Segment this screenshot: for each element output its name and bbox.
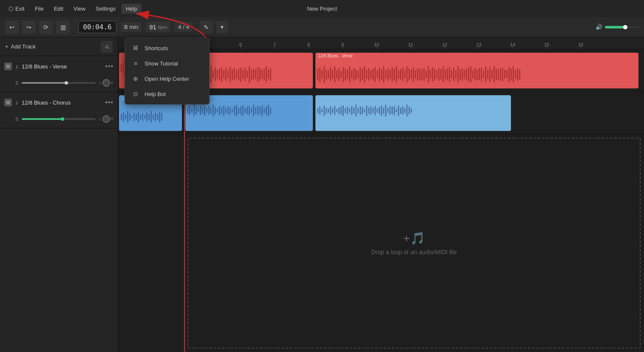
menu-bar: ⬡ Exit File Edit View Settings Help New … <box>0 0 644 17</box>
ruler-mark-7: 7 <box>258 37 292 49</box>
track-pan-knob-chorus[interactable] <box>102 115 110 123</box>
clip-waveform-verse-3 <box>315 59 638 88</box>
track-item-verse: M ♪ 12/8 Blues - Verse ••• S L R <box>0 56 118 92</box>
undo-icon: ↩ <box>9 24 14 31</box>
menu-item-open-help[interactable]: ⊕ Open Help Center <box>125 71 209 86</box>
ruler-mark-10: 10 <box>360 37 394 49</box>
plus-icon: + <box>5 43 9 50</box>
key-display[interactable]: B min <box>121 22 142 32</box>
transport-display: 00:04.6 B min 91 bpm 4 / 4 <box>78 21 193 33</box>
track-s-label-chorus[interactable]: S <box>15 116 18 122</box>
redo-button[interactable]: ↪ <box>22 20 36 34</box>
track-volume-fill-verse <box>22 82 66 84</box>
ruler-mark-14: 14 <box>496 37 530 49</box>
ruler-mark-6: 6 <box>224 37 258 49</box>
volume-slider[interactable] <box>605 26 639 28</box>
tutorial-icon: ≡ <box>132 60 139 67</box>
track-volume-fill-chorus <box>22 118 62 120</box>
exit-button[interactable]: ⬡ Exit <box>4 4 29 14</box>
track-name-chorus: 12/8 Blues - Chorus <box>22 99 102 106</box>
track-volume-chorus[interactable] <box>22 118 96 120</box>
add-track-bar: + Add Track ♫ <box>0 37 118 56</box>
time-signature[interactable]: 4 / 4 <box>175 22 192 32</box>
transport-dropdown[interactable]: ▾ <box>216 21 228 33</box>
loop-button[interactable]: ⟳ <box>39 20 53 34</box>
ruler-mark-11: 11 <box>394 37 428 49</box>
ruler-mark-12: 12 <box>428 37 462 49</box>
redo-icon: ↪ <box>26 24 31 31</box>
shortcuts-label: Shortcuts <box>145 45 168 51</box>
clip-chorus-3[interactable] <box>315 95 511 131</box>
ruler-mark-9: 9 <box>326 37 360 49</box>
track-mute-verse[interactable]: M <box>4 62 12 70</box>
clip-verse-3[interactable]: 12/8 Blues - Verse <box>315 53 638 88</box>
help-dropdown-menu: ⌘ Shortcuts ≡ Show Tutorial ⊕ Open Help … <box>125 37 210 105</box>
ruler-mark-13: 13 <box>462 37 496 49</box>
edit-icon: ✎ <box>204 24 209 31</box>
track-more-verse[interactable]: ••• <box>105 62 113 70</box>
track-mute-chorus[interactable]: M <box>4 99 12 106</box>
exit-label: Exit <box>15 6 25 12</box>
split-button[interactable]: ▥ <box>56 20 70 34</box>
track-volume-verse[interactable] <box>22 82 96 84</box>
bpm-value: 91 <box>149 23 156 31</box>
headphone-icon: ♫ <box>105 43 109 50</box>
open-help-label: Open Help Center <box>145 76 189 82</box>
track-pan-chorus: L R <box>99 115 113 123</box>
loop-icon: ⟳ <box>43 24 48 31</box>
tracks-panel: + Add Track ♫ M ♪ 12/8 Blues - Verse •••… <box>0 37 118 352</box>
clip-waveform-chorus-1 <box>119 102 182 131</box>
menu-item-show-tutorial[interactable]: ≡ Show Tutorial <box>125 56 209 71</box>
drop-zone-label: Drop a loop or an audio/MIDI file <box>371 249 457 255</box>
add-track-label: Add Track <box>11 43 36 50</box>
drop-music-icon: +🎵 <box>403 231 425 245</box>
menu-settings[interactable]: Settings <box>91 4 120 14</box>
edit-mode-button[interactable]: ✎ <box>199 20 213 34</box>
volume-area: 🔊 <box>596 24 639 30</box>
bpm-display[interactable]: 91 bpm <box>146 22 170 32</box>
add-track-button[interactable]: + Add Track <box>5 43 36 50</box>
headphone-button[interactable]: ♫ <box>101 41 113 53</box>
ruler-mark-16: 16 <box>564 37 598 49</box>
volume-icon: 🔊 <box>596 24 602 30</box>
menu-file[interactable]: File <box>31 4 48 14</box>
track-pan-knob-verse[interactable] <box>102 79 110 87</box>
track-volume-thumb-chorus <box>61 117 64 121</box>
bpm-unit: bpm <box>158 25 167 30</box>
track-pan-verse: L R <box>99 79 113 87</box>
track-more-chorus[interactable]: ••• <box>105 99 113 106</box>
track-icon-chorus: ♪ <box>15 99 18 106</box>
track-s-label-verse[interactable]: S <box>15 80 18 85</box>
clip-label-verse-3: 12/8 Blues - Verse <box>315 53 638 59</box>
toolbar: ↩ ↪ ⟳ ▥ 00:04.6 B min 91 bpm 4 / 4 ✎ ▾ 🔊 <box>0 17 644 37</box>
track-controls-verse: S L R <box>0 77 118 92</box>
shortcuts-icon: ⌘ <box>132 45 139 51</box>
volume-thumb <box>623 25 627 29</box>
ruler-mark-15: 15 <box>530 37 564 49</box>
track-controls-chorus: S L R <box>0 113 118 128</box>
ruler-mark-8: 8 <box>292 37 326 49</box>
track-volume-thumb-verse <box>65 81 68 85</box>
undo-button[interactable]: ↩ <box>5 20 19 34</box>
track-name-verse: 12/8 Blues - Verse <box>22 63 102 70</box>
clip-waveform-chorus-3 <box>315 95 511 126</box>
exit-icon: ⬡ <box>9 6 13 12</box>
menu-edit[interactable]: Edit <box>50 4 68 14</box>
menu-item-help-bot[interactable]: ⊙ Help Bot <box>125 86 209 102</box>
menu-item-shortcuts[interactable]: ⌘ Shortcuts <box>125 40 209 56</box>
track-header-chorus: M ♪ 12/8 Blues - Chorus ••• <box>0 92 118 113</box>
show-tutorial-label: Show Tutorial <box>145 60 178 67</box>
track-header-verse: M ♪ 12/8 Blues - Verse ••• <box>0 56 118 77</box>
split-icon: ▥ <box>60 24 66 31</box>
track-item-chorus: M ♪ 12/8 Blues - Chorus ••• S L R <box>0 92 118 128</box>
time-display[interactable]: 00:04.6 <box>78 21 116 33</box>
help-bot-icon: ⊙ <box>132 91 139 97</box>
help-center-icon: ⊕ <box>132 75 139 82</box>
chevron-down-icon: ▾ <box>221 24 224 30</box>
main-layout: + Add Track ♫ M ♪ 12/8 Blues - Verse •••… <box>0 37 644 352</box>
menu-view[interactable]: View <box>69 4 90 14</box>
menu-help[interactable]: Help <box>122 4 142 14</box>
drop-zone[interactable]: +🎵 Drop a loop or an audio/MIDI file <box>187 138 641 349</box>
project-title: New Project <box>307 6 337 12</box>
volume-fill <box>605 26 625 28</box>
